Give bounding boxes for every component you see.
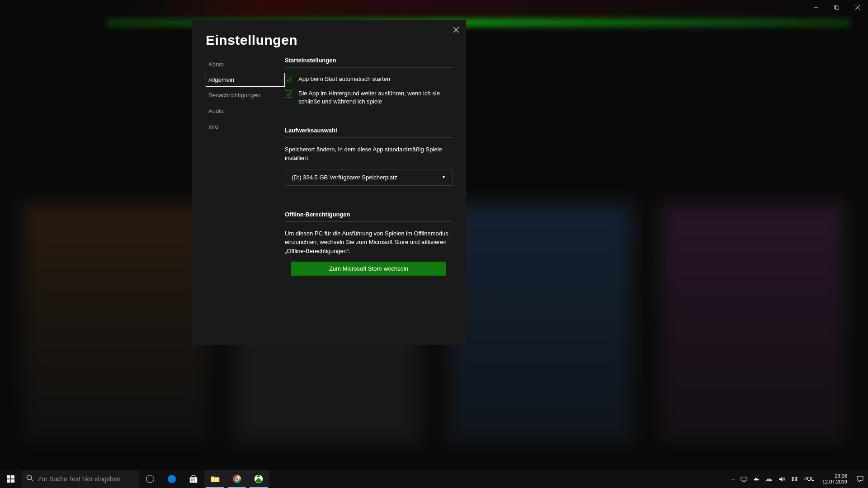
svg-rect-26 <box>743 481 745 482</box>
svg-rect-15 <box>190 477 198 483</box>
taskbar-app-edge[interactable] <box>161 470 183 488</box>
tray-icon-network[interactable] <box>765 476 774 483</box>
check-row-autostart: App beim Start automatisch starten <box>285 75 453 83</box>
chrome-icon <box>232 474 242 484</box>
taskbar-app-explorer[interactable] <box>204 470 226 488</box>
svg-rect-10 <box>7 479 10 483</box>
modal-title: Einstellungen <box>192 20 466 52</box>
edge-icon <box>167 474 177 484</box>
svg-rect-18 <box>191 480 193 482</box>
taskbar-app-store[interactable] <box>183 470 204 488</box>
svg-rect-11 <box>11 479 14 483</box>
drive-description: Speicherort ändern, in dem diese App sta… <box>285 145 453 163</box>
svg-rect-2 <box>836 6 839 9</box>
svg-rect-8 <box>7 475 10 479</box>
nav-item-info[interactable]: Info <box>206 119 285 134</box>
checkbox-background[interactable] <box>285 90 292 98</box>
taskbar-app-chrome[interactable] <box>226 470 248 488</box>
offline-description: Um diesen PC für die Ausführung von Spie… <box>285 229 453 256</box>
section-header-drive: Laufwerksauswahl <box>285 127 453 138</box>
svg-rect-17 <box>193 479 195 480</box>
tray-icon-screen[interactable] <box>740 476 748 483</box>
svg-rect-16 <box>191 479 193 480</box>
xbox-icon <box>254 474 264 484</box>
store-icon <box>189 474 198 484</box>
language-indicator[interactable]: POL <box>803 476 814 482</box>
tray-icon-volume[interactable] <box>778 476 786 483</box>
maximize-button[interactable] <box>826 0 847 14</box>
search-icon <box>26 474 33 483</box>
svg-rect-20 <box>211 478 219 482</box>
settings-content: Starteinstellungen App beim Start automa… <box>285 52 453 345</box>
clock-date: 12.07.2019 <box>822 479 847 485</box>
checkbox-autostart-label: App beim Start automatisch starten <box>298 75 390 83</box>
action-center-button[interactable] <box>855 470 865 488</box>
search-placeholder: Zur Suche Text hier eingeben <box>38 475 121 483</box>
checkbox-background-label: Die App im Hintergrund weiter ausführen,… <box>298 89 453 106</box>
start-button[interactable] <box>0 470 22 488</box>
svg-point-12 <box>27 475 32 480</box>
nav-item-notifications[interactable]: Benachrichtigungen <box>206 88 285 103</box>
folder-icon <box>210 474 220 484</box>
window-controls <box>806 0 868 14</box>
taskbar-app-xbox[interactable] <box>248 470 269 488</box>
svg-rect-25 <box>741 477 747 480</box>
svg-rect-9 <box>11 475 14 479</box>
cortana-button[interactable] <box>139 470 161 488</box>
svg-rect-19 <box>193 480 195 482</box>
nav-item-account[interactable]: Konto <box>206 57 285 72</box>
system-tray: ︿ POL 23:06 12.07.2019 <box>731 470 868 488</box>
section-header-startup: Starteinstellungen <box>285 57 453 68</box>
minimize-button[interactable] <box>806 0 826 14</box>
taskbar-search[interactable]: Zur Suche Text hier eingeben <box>22 470 139 488</box>
notification-icon <box>857 475 864 483</box>
taskbar-clock[interactable]: 23:06 12.07.2019 <box>819 473 851 485</box>
drive-dropdown[interactable]: (D:) 334.5 GB Verfügbarer Speicherplatz … <box>285 169 453 186</box>
taskbar: Zur Suche Text hier eingeben ︿ POL 23:06… <box>0 470 868 488</box>
check-row-background: Die App im Hintergrund weiter ausführen,… <box>285 89 453 106</box>
section-header-offline: Offline-Berechtigungen <box>285 211 453 222</box>
svg-line-13 <box>31 479 33 482</box>
cortana-icon <box>146 475 154 483</box>
settings-modal: Einstellungen Konto Allgemein Benachrich… <box>192 20 466 345</box>
svg-point-27 <box>769 480 770 481</box>
svg-point-23 <box>236 478 238 480</box>
settings-nav: Konto Allgemein Benachrichtigungen Audio… <box>206 52 285 345</box>
close-button[interactable] <box>847 0 868 14</box>
go-to-store-button[interactable]: Zum Microsoft Store wechseln <box>291 262 446 276</box>
chevron-down-icon: ▼ <box>442 175 446 179</box>
nav-item-audio[interactable]: Audio <box>206 103 285 118</box>
checkbox-autostart[interactable] <box>285 76 292 83</box>
modal-close-button[interactable] <box>453 26 460 33</box>
tray-icon-onedrive[interactable] <box>753 476 761 483</box>
tray-icon-dropbox[interactable] <box>791 476 799 483</box>
drive-dropdown-value: (D:) 334.5 GB Verfügbarer Speicherplatz <box>292 174 397 181</box>
clock-time: 23:06 <box>822 473 847 479</box>
nav-item-general[interactable]: Allgemein <box>206 73 285 87</box>
tray-overflow-button[interactable]: ︿ <box>731 476 736 482</box>
taskbar-apps <box>139 470 269 488</box>
